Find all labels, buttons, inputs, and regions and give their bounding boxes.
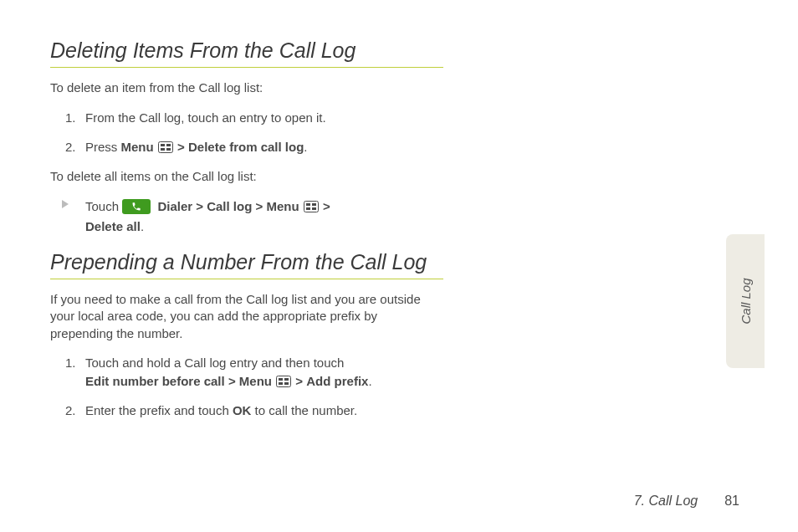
period: . (304, 140, 307, 154)
chevron: > (323, 199, 330, 213)
step-text-pre: Touch and hold a Call log entry and then… (85, 356, 344, 370)
side-tab-label: Call Log (739, 278, 753, 324)
intro-delete-single: To delete an item from the Call log list… (50, 79, 443, 96)
chevron: > (196, 199, 203, 213)
period: . (368, 374, 371, 388)
intro-prepend: If you need to make a call from the Call… (50, 291, 443, 342)
svg-rect-14 (284, 382, 289, 385)
document-page: Deleting Items From the Call Log To dele… (0, 0, 798, 532)
svg-rect-2 (166, 144, 171, 146)
step-1: 1. Touch and hold a Call log entry and t… (50, 354, 443, 391)
svg-rect-10 (277, 376, 291, 386)
step-number: 1. (65, 109, 76, 127)
step-number: 2. (65, 138, 76, 156)
step-text-pre: Enter the prefix and touch (85, 403, 233, 417)
svg-rect-7 (312, 203, 316, 206)
steps-delete-single: 1. From the Call log, touch an entry to … (50, 109, 443, 157)
svg-rect-13 (279, 382, 283, 385)
triangle-bullet-icon (62, 200, 69, 208)
chapter-label: 7. Call Log (634, 494, 698, 508)
svg-rect-5 (304, 202, 318, 212)
steps-prepend: 1. Touch and hold a Call log entry and t… (50, 354, 443, 420)
intro-delete-all: To delete all items on the Call log list… (50, 168, 443, 185)
bullet-delete-all: Touch Dialer > Call log > Menu > Delete … (50, 197, 443, 236)
text-pre: Touch (85, 199, 122, 213)
side-tab: Call Log (726, 234, 765, 368)
label-edit-number: Edit number before call (85, 374, 225, 388)
step-text-post: to call the number. (251, 403, 357, 417)
step-text: From the Call log, touch an entry to ope… (85, 110, 326, 125)
svg-rect-8 (306, 207, 310, 210)
svg-rect-1 (161, 144, 165, 146)
label-delete-from-call-log: Delete from call log (188, 140, 304, 154)
heading-underline (50, 67, 443, 68)
label-menu: Menu (266, 199, 299, 213)
heading-underline (50, 279, 443, 279)
period: . (141, 219, 144, 233)
label-call-log: Call log (207, 199, 252, 213)
label-menu: Menu (239, 374, 272, 388)
step-number: 1. (65, 354, 76, 372)
menu-icon (276, 376, 291, 387)
svg-rect-4 (166, 148, 171, 151)
main-content: Deleting Items From the Call Log To dele… (50, 38, 443, 420)
label-menu: Menu (121, 140, 154, 154)
svg-rect-3 (161, 148, 165, 151)
menu-icon (158, 141, 173, 153)
svg-rect-6 (306, 203, 310, 206)
chevron: > (228, 374, 236, 388)
label-add-prefix: Add prefix (306, 374, 368, 388)
heading-prepending: Prepending a Number From the Call Log (50, 249, 443, 275)
svg-rect-12 (284, 378, 289, 381)
chevron: > (256, 199, 263, 213)
label-ok: OK (233, 403, 252, 417)
page-footer: 7. Call Log81 (634, 494, 739, 509)
svg-rect-0 (158, 142, 172, 153)
svg-rect-11 (279, 378, 283, 381)
menu-icon (304, 201, 319, 212)
step-1: 1. From the Call log, touch an entry to … (50, 109, 443, 127)
chevron: > (177, 140, 185, 154)
label-delete-all: Delete all (85, 219, 141, 233)
label-dialer: Dialer (157, 199, 192, 213)
svg-rect-9 (312, 207, 316, 210)
heading-deleting: Deleting Items From the Call Log (50, 38, 443, 64)
step-2: 2. Enter the prefix and touch OK to call… (50, 402, 443, 420)
page-number: 81 (724, 494, 739, 508)
step-text-pre: Press (85, 140, 121, 154)
dialer-phone-icon (122, 199, 151, 214)
list-item: Touch Dialer > Call log > Menu > Delete … (50, 197, 443, 236)
step-2: 2. Press Menu > Delete from call log. (50, 138, 443, 156)
step-number: 2. (65, 402, 76, 420)
chevron: > (295, 374, 303, 388)
